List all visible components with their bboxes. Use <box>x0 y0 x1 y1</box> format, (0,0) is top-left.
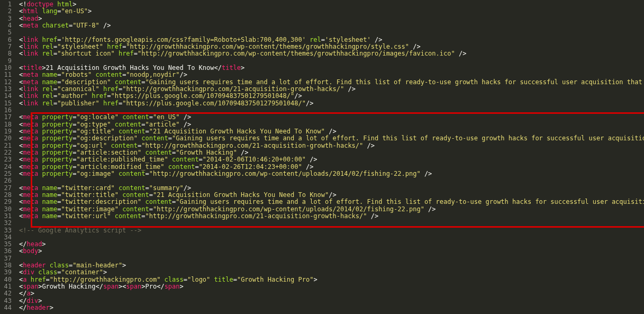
code-line[interactable]: <meta name="twitter:description" content… <box>19 199 644 205</box>
code-line[interactable]: <span>Growth Hacking</span><span>Pro</sp… <box>19 283 644 290</box>
code-line[interactable]: <link rel="author" href="https://plus.go… <box>19 93 644 100</box>
line-number: 34 <box>0 234 15 241</box>
line-number: 7 <box>0 43 15 50</box>
code-line[interactable] <box>19 58 644 65</box>
code-line[interactable]: <link rel="publisher" href="https://plus… <box>19 100 644 107</box>
line-number: 31 <box>0 213 15 220</box>
code-line[interactable]: </head> <box>19 241 644 248</box>
line-number: 1 <box>0 1 15 8</box>
code-line[interactable]: </a> <box>19 290 644 297</box>
line-number: 3 <box>0 15 15 22</box>
line-number: 17 <box>0 114 15 121</box>
code-line[interactable]: </div> <box>19 298 644 304</box>
code-line[interactable]: <meta name="twitter:image" content="http… <box>19 206 644 213</box>
line-number: 15 <box>0 100 15 107</box>
code-line[interactable]: </header> <box>19 304 644 311</box>
code-line[interactable]: <meta name="twitter:url" content="http:/… <box>19 213 644 220</box>
code-line[interactable]: <link rel="canonical" href="http://growt… <box>19 86 644 93</box>
code-line[interactable]: <head> <box>19 15 644 22</box>
code-line[interactable]: <meta property="og:url" content="http://… <box>19 142 644 149</box>
code-line[interactable]: <meta name="description" content="Gainin… <box>19 79 644 86</box>
code-line[interactable]: <meta property="article:published_time" … <box>19 156 644 163</box>
line-number: 19 <box>0 128 15 135</box>
line-number: 18 <box>0 121 15 128</box>
code-line[interactable]: <meta property="article:modified_time" c… <box>19 164 644 171</box>
code-line[interactable] <box>19 220 644 227</box>
code-line[interactable]: <!-- Google Analytics script --> <box>19 227 644 234</box>
code-line[interactable]: <meta name="twitter:card" content="summa… <box>19 185 644 192</box>
line-number: 28 <box>0 192 15 199</box>
line-number: 23 <box>0 156 15 163</box>
code-line[interactable]: <meta name="twitter:title" content="21 A… <box>19 192 644 199</box>
code-line[interactable] <box>19 107 644 114</box>
line-number: 13 <box>0 86 15 93</box>
line-number: 40 <box>0 276 15 283</box>
code-line[interactable]: <meta property="og:locale" content="en_U… <box>19 114 644 121</box>
code-line[interactable]: <link rel="shortcut icon" href="http://g… <box>19 50 644 57</box>
code-line[interactable]: <link href='http://fonts.googleapis.com/… <box>19 37 644 43</box>
line-number: 8 <box>0 50 15 57</box>
code-line[interactable]: <meta property="og:type" content="articl… <box>19 121 644 128</box>
line-number: 36 <box>0 248 15 255</box>
line-number: 41 <box>0 283 15 290</box>
code-line[interactable]: <meta property="og:image" content="http:… <box>19 171 644 177</box>
line-number: 10 <box>0 65 15 71</box>
line-number: 12 <box>0 79 15 86</box>
code-line[interactable] <box>19 234 644 241</box>
code-line[interactable]: <meta name="robots" content="noodp,noydi… <box>19 71 644 78</box>
line-number: 14 <box>0 93 15 100</box>
code-line[interactable]: <meta property="og:title" content="21 Ac… <box>19 128 644 135</box>
line-number: 2 <box>0 8 15 15</box>
line-number: 37 <box>0 255 15 262</box>
code-line[interactable] <box>19 255 644 262</box>
code-line[interactable]: <div class="container"> <box>19 269 644 276</box>
code-line[interactable]: <html lang="en-US"> <box>19 8 644 15</box>
code-line[interactable]: <title>21 Acquisition Growth Hacks You N… <box>19 65 644 71</box>
code-line[interactable]: <!doctype html> <box>19 1 644 8</box>
line-number: 33 <box>0 227 15 234</box>
line-number: 9 <box>0 58 15 65</box>
line-number: 25 <box>0 171 15 177</box>
line-number: 6 <box>0 37 15 43</box>
line-number: 20 <box>0 135 15 142</box>
line-number: 4 <box>0 22 15 29</box>
line-number: 11 <box>0 71 15 78</box>
line-number: 38 <box>0 262 15 269</box>
line-number: 27 <box>0 185 15 192</box>
code-line[interactable]: <a href="http://growthhackingpro.com" cl… <box>19 276 644 283</box>
line-number: 39 <box>0 269 15 276</box>
code-line[interactable]: <header class="main-header"> <box>19 262 644 269</box>
line-number: 44 <box>0 304 15 311</box>
code-area[interactable]: <!doctype html><html lang="en-US"><head>… <box>15 0 644 314</box>
line-number: 24 <box>0 164 15 171</box>
code-line[interactable]: <link rel="stylesheet" href="http://grow… <box>19 43 644 50</box>
code-editor[interactable]: 1234567891011121314151617181920212223242… <box>0 0 644 314</box>
line-number: 30 <box>0 206 15 213</box>
code-line[interactable]: <body> <box>19 248 644 255</box>
code-line[interactable]: <meta charset="UTF-8" /> <box>19 22 644 29</box>
line-number: 43 <box>0 298 15 304</box>
line-number: 29 <box>0 199 15 205</box>
code-line[interactable]: <meta property="og:description" content=… <box>19 135 644 142</box>
line-number: 5 <box>0 29 15 36</box>
line-number: 21 <box>0 142 15 149</box>
code-line[interactable] <box>19 29 644 36</box>
line-number: 35 <box>0 241 15 248</box>
line-number: 22 <box>0 149 15 156</box>
code-line[interactable]: <meta property="article:section" content… <box>19 149 644 156</box>
line-number: 42 <box>0 290 15 297</box>
line-number: 32 <box>0 220 15 227</box>
line-number-gutter: 1234567891011121314151617181920212223242… <box>0 0 15 314</box>
line-number: 16 <box>0 107 15 114</box>
code-line[interactable] <box>19 177 644 184</box>
line-number: 26 <box>0 177 15 184</box>
